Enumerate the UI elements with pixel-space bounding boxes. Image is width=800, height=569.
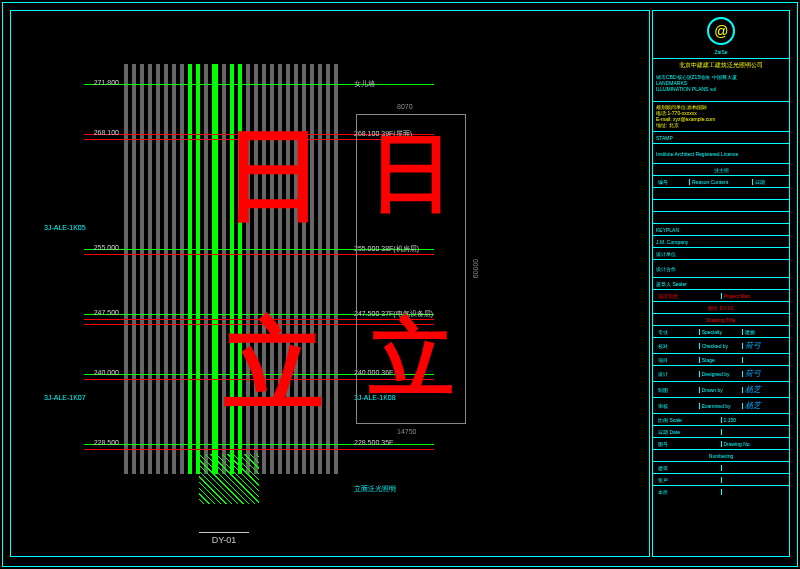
company-logo: @	[707, 17, 735, 45]
logo-char-2: 立	[224, 314, 324, 414]
hatch-area	[199, 454, 259, 504]
level-line	[84, 84, 434, 85]
elev-label: 271.800	[94, 79, 119, 86]
drawing-area: 271.800 268.100 3J-ALE-1K05 255.000 247.…	[14, 14, 646, 553]
title-block: @ ZaiSe 北京中建建工建筑泛光照明公司 城市CBD核心区Z15地块 中国尊…	[652, 10, 790, 557]
floor-label: 女儿墙	[354, 79, 375, 89]
logo-dimension-box: 日 立 8070 14750 60000	[356, 114, 466, 424]
logo-char-1: 日	[224, 124, 324, 224]
drawing-id: DY-01	[199, 532, 249, 545]
building-facade: 271.800 268.100 3J-ALE-1K05 255.000 247.…	[124, 24, 344, 514]
company-name: 北京中建建工建筑泛光照明公司	[653, 59, 789, 72]
